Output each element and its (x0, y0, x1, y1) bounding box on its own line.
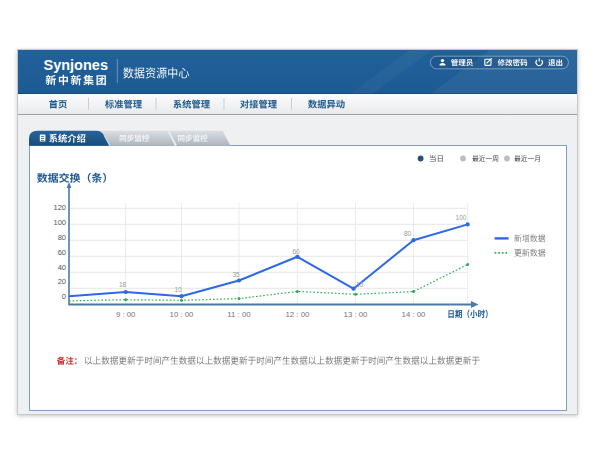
svg-text:60: 60 (292, 248, 300, 255)
svg-text:100: 100 (456, 214, 467, 221)
svg-text:100: 100 (53, 218, 66, 227)
svg-text:13 : 00: 13 : 00 (344, 310, 369, 319)
svg-text:120: 120 (53, 203, 66, 212)
svg-text:80: 80 (58, 233, 66, 242)
svg-text:80: 80 (404, 230, 412, 237)
svg-text:0: 0 (62, 292, 66, 301)
svg-text:9 : 00: 9 : 00 (116, 310, 136, 319)
svg-text:60: 60 (58, 248, 66, 257)
svg-text:11 : 00: 11 : 00 (227, 310, 251, 319)
svg-text:10: 10 (356, 281, 364, 288)
svg-text:12 : 00: 12 : 00 (285, 310, 310, 319)
svg-text:18: 18 (119, 281, 127, 288)
svg-text:10 : 00: 10 : 00 (170, 310, 195, 319)
svg-text:40: 40 (58, 263, 66, 272)
svg-text:Synjones: Synjones (44, 57, 108, 73)
svg-text:10: 10 (174, 286, 182, 293)
svg-text:20: 20 (58, 277, 66, 286)
svg-text:14 : 00: 14 : 00 (402, 310, 427, 319)
svg-text:35: 35 (232, 271, 240, 278)
